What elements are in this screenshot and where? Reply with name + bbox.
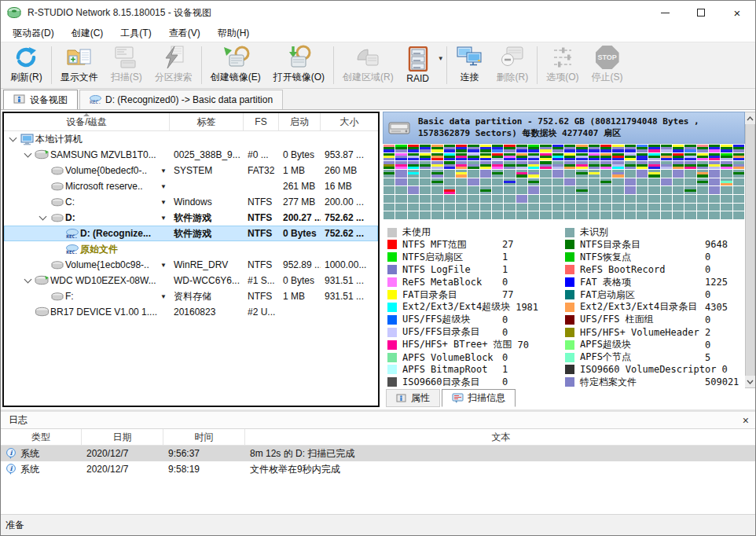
scan-block [492,211,503,219]
tree-cell-label [170,178,244,194]
delete-button[interactable]: 删除(R) [490,43,535,87]
scan-block [564,145,575,152]
log-row[interactable]: i系统2020/12/79:56:378m 12s 的 D: 扫描已完成 [1,446,756,461]
column-header-boot[interactable]: 启动 [279,113,321,130]
scan-block [564,211,575,219]
legend-item: NTFS MFT范围27 [387,239,565,251]
tree-row[interactable]: C:▼WindowsNTFS277 MB200.00 ... [4,194,378,210]
stop-button[interactable]: STOP 停止(S) [585,43,629,87]
volume-dropdown-icon[interactable]: ▼ [160,215,167,222]
scan-block [600,211,611,219]
scan-block [420,195,431,203]
rec-partition-icon: REC. [90,95,101,105]
scan-button[interactable]: 扫描(S) [105,43,149,87]
menu-help[interactable]: 帮助(H) [209,24,259,42]
connect-button[interactable]: 连接 [450,43,490,87]
scan-block [504,170,515,178]
scan-block [552,170,563,178]
tree-row[interactable]: BR17 DEVICE V1.00 1....20160823#2 U... [4,304,378,320]
show-files-button[interactable]: 显示文件 [54,43,105,87]
log-close-icon[interactable]: × [743,415,749,426]
scan-block [697,178,708,186]
close-button[interactable]: × [719,1,755,24]
refresh-button[interactable]: 刷新(R) [4,43,49,87]
legend-count: 0 [502,352,508,363]
tree-row[interactable]: REC.原始文件 [4,241,378,257]
tree-row[interactable]: SAMSUNG MZVLB1T0...0025_388B_9...#0 ...0… [4,147,378,163]
legend-swatch [565,315,574,325]
expand-chevron-icon[interactable] [22,280,34,282]
menu-tools[interactable]: 工具(T) [112,24,160,42]
create-image-button[interactable]: 创建镜像(E) [204,43,267,87]
options-button[interactable]: 选项(O) [540,43,585,87]
tree-row[interactable]: Volume{0bedecf0-..▼SYSTEMFAT321 MB260 MB [4,163,378,178]
scan-block [721,153,732,161]
scan-block [637,211,648,219]
volume-icon [49,182,65,191]
log-column-time[interactable]: 时间 [163,429,245,445]
column-header-size[interactable]: 大小 [321,113,378,130]
tree-row[interactable]: D:▼软件游戏NTFS200.27 ...752.62 ... [4,210,378,226]
tree-row[interactable]: REC.D: (Recognize...软件游戏NTFS0 Bytes752.6… [4,226,378,241]
scan-block [456,204,467,211]
device-name: Microsoft reserve.. [65,181,143,192]
scan-block [625,204,636,211]
column-header-fs[interactable]: FS [244,113,279,130]
volume-dropdown-icon[interactable]: ▼ [160,199,167,206]
scan-block [444,178,455,186]
tree-row[interactable]: Microsoft reserve..▼261 MB16 MB [4,178,378,194]
tab-device-view[interactable]: 设备视图 [3,90,78,109]
lightning-icon [161,45,186,70]
scan-block [468,178,479,186]
expand-chevron-icon[interactable] [22,154,34,156]
volume-dropdown-icon[interactable]: ▼ [160,262,167,269]
legend-item: APFS超级块0 [565,339,743,351]
tree-row[interactable]: Volume{1ecb0c98-..▼WinRE_DRVNTFS952.89 .… [4,257,378,273]
tree-cell-fs [244,241,279,257]
log-column-date[interactable]: 日期 [82,429,163,445]
legend-item: FAT 表格项1225 [565,277,743,288]
tree-cell-label: 软件游戏 [170,226,244,241]
legend-swatch [387,290,397,299]
column-header-label[interactable]: 标签 [170,113,244,130]
menu-view[interactable]: 查看(V) [160,24,209,42]
scroll-up-icon[interactable] [745,112,755,124]
menu-create[interactable]: 创建(C) [63,24,112,42]
tree-row[interactable]: F:▼资料存储NTFS1 MB931.51 ... [4,288,378,304]
tree-row[interactable]: 本地计算机 [4,131,378,147]
scan-block [564,204,575,211]
expand-chevron-icon[interactable] [37,217,49,219]
open-image-button[interactable]: 打开镜像(O) [267,43,331,87]
log-column-text[interactable]: 文本 [245,429,756,445]
column-header-device[interactable]: 设备/磁盘 [4,113,170,130]
tab-scan-information[interactable]: 扫描信息 [442,389,516,407]
menu-drives[interactable]: 驱动器(D) [4,24,63,42]
minimize-button[interactable] [647,1,683,24]
volume-dropdown-icon[interactable]: ▼ [160,293,167,300]
vertical-scrollbar[interactable] [745,112,755,388]
legend-label: NTFS目录条目 [580,238,699,251]
scan-block [468,204,479,211]
volume-icon [49,198,65,207]
log-row[interactable]: i系统2020/12/79:58:19文件枚举在9秒内完成 [1,461,756,477]
scan-block [468,195,479,203]
scan-block [589,186,600,194]
volume-dropdown-icon[interactable]: ▼ [160,167,167,174]
scan-block [384,186,395,194]
view-tab-bar: 设备视图 REC. D: (Recognized0) -> Basic data… [1,89,755,109]
tab-recognized-partition[interactable]: REC. D: (Recognized0) -> Basic data part… [79,90,283,109]
log-column-type[interactable]: 类型 [1,429,82,445]
scroll-down-icon[interactable] [745,376,755,387]
expand-chevron-icon[interactable] [7,138,19,141]
tree-row[interactable]: WDC WD10EZEX-08W...WD-WCC6Y6...#1 S...0 … [4,273,378,288]
partition-search-button[interactable]: 分区搜索 [149,43,199,87]
scan-block [612,204,623,211]
volume-dropdown-icon[interactable]: ▼ [160,183,167,190]
legend-item: APFS BitmapRoot1 [387,364,565,376]
scan-block [528,195,539,203]
create-region-button[interactable]: 创建区域(R) [336,43,400,87]
raid-button[interactable]: RAID [400,43,436,87]
tab-properties[interactable]: 属性 [386,389,440,407]
raid-dropdown-icon[interactable]: ▼ [438,55,444,62]
maximize-button[interactable] [683,1,719,24]
